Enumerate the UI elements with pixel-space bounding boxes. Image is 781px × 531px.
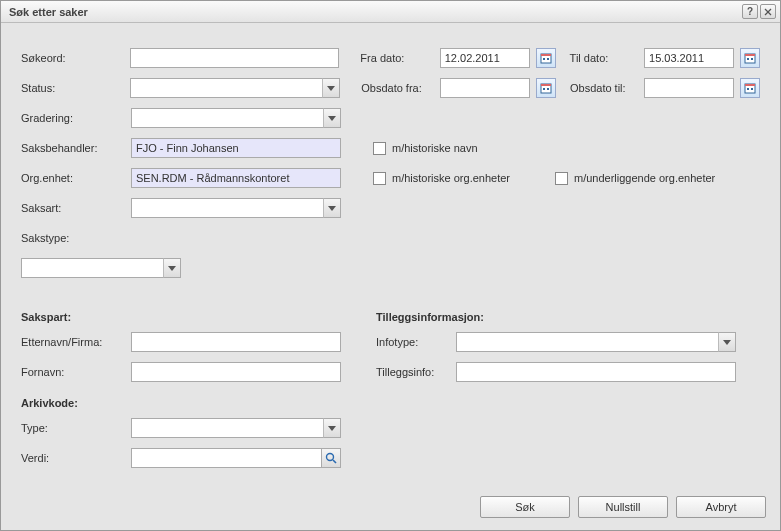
label-verdi: Verdi: [21, 452, 131, 464]
obsdato-fra-picker-button[interactable] [536, 78, 556, 98]
svg-marker-22 [328, 426, 336, 431]
calendar-icon [540, 52, 552, 64]
infotype-select[interactable] [456, 332, 736, 352]
saksbehandler-input[interactable]: FJO - Finn Johansen [131, 138, 341, 158]
label-obsdato-til: Obsdato til: [570, 82, 644, 94]
svg-marker-21 [168, 266, 176, 271]
label-tildato: Til dato: [570, 52, 644, 64]
infotype-dropdown-button[interactable] [718, 332, 736, 352]
fornavn-input[interactable] [131, 362, 341, 382]
saksart-select[interactable] [131, 198, 341, 218]
type-dropdown-button[interactable] [323, 418, 341, 438]
chevron-down-icon [168, 266, 176, 271]
sakspart-header: Sakspart: [21, 311, 376, 323]
nullstill-button[interactable]: Nullstill [578, 496, 668, 518]
orgenhet-input[interactable]: SEN.RDM - Rådmannskontoret [131, 168, 341, 188]
label-fradato: Fra dato: [360, 52, 439, 64]
verdi-lookup-button[interactable] [321, 448, 341, 468]
fradato-input[interactable]: 12.02.2011 [440, 48, 530, 68]
sakstype-select[interactable] [21, 258, 181, 278]
etternavn-firma-input[interactable] [131, 332, 341, 352]
type-select[interactable] [131, 418, 341, 438]
label-historiske-navn: m/historiske navn [392, 142, 478, 154]
avbryt-button[interactable]: Avbryt [676, 496, 766, 518]
svg-rect-4 [543, 58, 545, 60]
form-content: Søkeord: Fra dato: 12.02.2011 Til dato: … [1, 23, 780, 487]
svg-rect-18 [751, 88, 753, 90]
dialog-window: Søk etter saker ? Søkeord: Fra dato: 12.… [0, 0, 781, 531]
label-infotype: Infotype: [376, 336, 456, 348]
sokeord-input[interactable] [130, 48, 338, 68]
historiske-orgenheter-checkbox[interactable] [373, 172, 386, 185]
obsdato-til-input[interactable] [644, 78, 734, 98]
arkivkode-header: Arkivkode: [21, 397, 376, 409]
svg-rect-9 [751, 58, 753, 60]
svg-marker-25 [723, 340, 731, 345]
svg-rect-14 [547, 88, 549, 90]
svg-rect-5 [547, 58, 549, 60]
svg-rect-8 [747, 58, 749, 60]
label-historiske-orgenheter: m/historiske org.enheter [392, 172, 537, 184]
tilleggsinfo-header: Tilleggsinformasjon: [376, 311, 760, 323]
label-saksart: Saksart: [21, 202, 131, 214]
label-obsdato-fra: Obsdato fra: [361, 82, 440, 94]
status-dropdown-button[interactable] [322, 78, 340, 98]
chevron-down-icon [723, 340, 731, 345]
search-icon [325, 452, 337, 464]
svg-rect-3 [541, 54, 551, 56]
label-underliggende-orgenheter: m/underliggende org.enheter [574, 172, 715, 184]
label-sakstype: Sakstype: [21, 232, 131, 244]
titlebar: Søk etter saker ? [1, 1, 780, 23]
close-icon [764, 8, 772, 16]
tildato-input[interactable]: 15.03.2011 [644, 48, 734, 68]
tilleggsinfo-input[interactable] [456, 362, 736, 382]
svg-point-23 [327, 454, 334, 461]
chevron-down-icon [328, 426, 336, 431]
gradering-dropdown-button[interactable] [323, 108, 341, 128]
window-title: Søk etter saker [9, 6, 740, 18]
help-button[interactable]: ? [742, 4, 758, 19]
svg-marker-20 [328, 206, 336, 211]
label-gradering: Gradering: [21, 112, 131, 124]
label-sokeord: Søkeord: [21, 52, 130, 64]
label-etternavn-firma: Etternavn/Firma: [21, 336, 131, 348]
calendar-icon [744, 52, 756, 64]
label-type: Type: [21, 422, 131, 434]
svg-rect-16 [745, 84, 755, 86]
verdi-input[interactable] [131, 448, 341, 468]
obsdato-til-picker-button[interactable] [740, 78, 760, 98]
close-button[interactable] [760, 4, 776, 19]
chevron-down-icon [328, 206, 336, 211]
fradato-picker-button[interactable] [536, 48, 556, 68]
label-tilleggsinfo: Tilleggsinfo: [376, 366, 456, 378]
status-select[interactable] [130, 78, 340, 98]
obsdato-fra-input[interactable] [440, 78, 530, 98]
svg-line-24 [333, 460, 336, 463]
chevron-down-icon [327, 86, 335, 91]
svg-rect-13 [543, 88, 545, 90]
label-fornavn: Fornavn: [21, 366, 131, 378]
label-status: Status: [21, 82, 130, 94]
calendar-icon [744, 82, 756, 94]
gradering-select[interactable] [131, 108, 341, 128]
svg-rect-7 [745, 54, 755, 56]
calendar-icon [540, 82, 552, 94]
sok-button[interactable]: Søk [480, 496, 570, 518]
svg-marker-19 [328, 116, 336, 121]
svg-marker-10 [327, 86, 335, 91]
chevron-down-icon [328, 116, 336, 121]
saksart-dropdown-button[interactable] [323, 198, 341, 218]
label-orgenhet: Org.enhet: [21, 172, 131, 184]
historiske-navn-checkbox[interactable] [373, 142, 386, 155]
label-saksbehandler: Saksbehandler: [21, 142, 131, 154]
dialog-footer: Søk Nullstill Avbryt [480, 496, 766, 518]
svg-rect-12 [541, 84, 551, 86]
sakstype-dropdown-button[interactable] [163, 258, 181, 278]
svg-rect-17 [747, 88, 749, 90]
tildato-picker-button[interactable] [740, 48, 760, 68]
underliggende-orgenheter-checkbox[interactable] [555, 172, 568, 185]
